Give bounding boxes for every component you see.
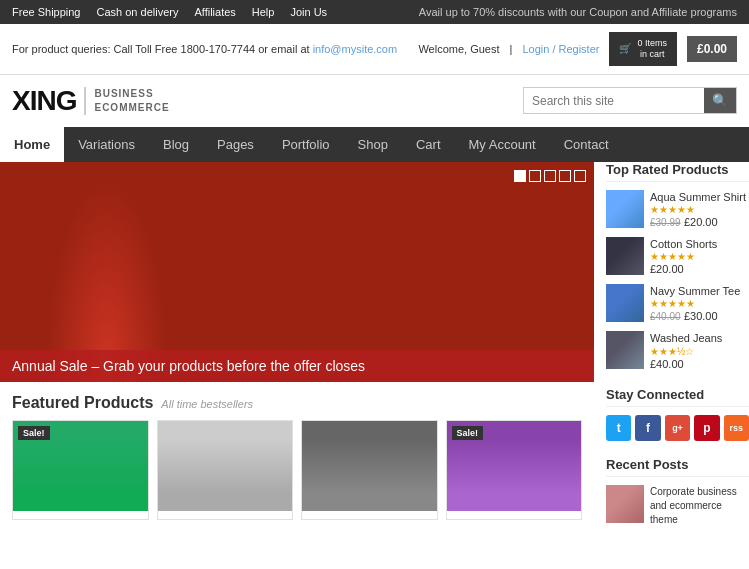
top-bar-join-us[interactable]: Join Us xyxy=(290,6,327,18)
hero-dot-5[interactable] xyxy=(574,170,586,182)
sale-badge-4: Sale! xyxy=(452,426,484,440)
nav-home[interactable]: Home xyxy=(0,127,64,162)
recent-posts-section: Recent Posts Corporate business and ecom… xyxy=(606,457,749,527)
product-card-2[interactable] xyxy=(157,420,294,520)
logo[interactable]: XING BUSINESS ECOMMERCE xyxy=(12,85,170,117)
product-price-new-1: £20.00 xyxy=(684,216,718,228)
top-rated-product-4[interactable]: Washed Jeans ★★★½☆ £40.00 xyxy=(606,331,749,370)
hero-dot-1[interactable] xyxy=(514,170,526,182)
product-info-1: Aqua Summer Shirt ★★★★★ £30.99 £20.00 xyxy=(650,190,749,229)
product-info-4: Washed Jeans ★★★½☆ £40.00 xyxy=(650,331,749,370)
main-content: Annual Sale – Grab your products before … xyxy=(0,162,749,543)
welcome-text: Welcome, Guest xyxy=(418,43,499,55)
top-rated-product-2[interactable]: Cotton Shorts ★★★★★ £20.00 xyxy=(606,237,749,276)
logo-sub1: BUSINESS xyxy=(94,87,169,101)
stay-connected-section: Stay Connected t f g+ p rss xyxy=(606,387,749,441)
search-button[interactable]: 🔍 xyxy=(704,88,736,113)
nav-blog[interactable]: Blog xyxy=(149,127,203,162)
product-price-old-1: £30.99 xyxy=(650,217,681,228)
nav-contact[interactable]: Contact xyxy=(550,127,623,162)
featured-header: Featured Products All time bestsellers xyxy=(12,382,582,420)
facebook-icon[interactable]: f xyxy=(635,415,660,441)
featured-subtitle: All time bestsellers xyxy=(161,398,253,410)
nav-my-account[interactable]: My Account xyxy=(455,127,550,162)
product-thumb-4 xyxy=(606,331,644,369)
top-bar-links: Free Shipping Cash on delivery Affiliate… xyxy=(12,6,327,18)
cart-button[interactable]: 🛒 0 Itemsin cart xyxy=(609,32,677,66)
main-nav: Home Variations Blog Pages Portfolio Sho… xyxy=(0,127,749,162)
product-card-img-2 xyxy=(158,421,293,511)
product-info-3: Navy Summer Tee ★★★★★ £40.00 £30.00 xyxy=(650,284,749,323)
nav-variations[interactable]: Variations xyxy=(64,127,149,162)
product-name-2: Cotton Shorts xyxy=(650,237,749,251)
product-thumb-2 xyxy=(606,237,644,275)
logo-sub2: ECOMMERCE xyxy=(94,101,169,115)
cart-label: 0 Itemsin cart xyxy=(637,38,667,60)
product-price-2: £20.00 xyxy=(650,263,684,275)
product-stars-4: ★★★½☆ xyxy=(650,346,749,357)
top-rated-title: Top Rated Products xyxy=(606,162,749,182)
nav-cart[interactable]: Cart xyxy=(402,127,455,162)
content-area: Annual Sale – Grab your products before … xyxy=(0,162,594,543)
hero-dot-2[interactable] xyxy=(529,170,541,182)
featured-products-list: Sale! Sale! xyxy=(12,420,582,528)
top-bar-cash-on-delivery[interactable]: Cash on delivery xyxy=(97,6,179,18)
recent-posts-title: Recent Posts xyxy=(606,457,749,477)
product-name-4: Washed Jeans xyxy=(650,331,749,345)
recent-post-text-1: Corporate business and ecommerce theme xyxy=(650,485,749,527)
top-bar-promo: Avail up to 70% discounts with our Coupo… xyxy=(419,6,737,18)
product-price-new-3: £30.00 xyxy=(684,310,718,322)
twitter-icon[interactable]: t xyxy=(606,415,631,441)
product-thumb-1 xyxy=(606,190,644,228)
top-bar: Free Shipping Cash on delivery Affiliate… xyxy=(0,0,749,24)
product-name-1: Aqua Summer Shirt xyxy=(650,190,749,204)
hero-dot-4[interactable] xyxy=(559,170,571,182)
search-bar[interactable]: 🔍 xyxy=(523,87,737,114)
featured-section: Featured Products All time bestsellers S… xyxy=(0,382,594,528)
social-icons: t f g+ p rss xyxy=(606,415,749,441)
product-card-3[interactable] xyxy=(301,420,438,520)
product-stars-3: ★★★★★ xyxy=(650,298,749,309)
nav-shop[interactable]: Shop xyxy=(344,127,402,162)
product-card-1[interactable]: Sale! xyxy=(12,420,149,520)
top-bar-help[interactable]: Help xyxy=(252,6,275,18)
recent-post-thumb-1 xyxy=(606,485,644,523)
sale-badge-1: Sale! xyxy=(18,426,50,440)
sidebar: Top Rated Products Aqua Summer Shirt ★★★… xyxy=(594,162,749,543)
rss-icon[interactable]: rss xyxy=(724,415,749,441)
featured-title: Featured Products xyxy=(12,394,153,412)
product-name-3: Navy Summer Tee xyxy=(650,284,749,298)
nav-portfolio[interactable]: Portfolio xyxy=(268,127,344,162)
hero-banner[interactable]: Annual Sale – Grab your products before … xyxy=(0,162,594,382)
pinterest-icon[interactable]: p xyxy=(694,415,719,441)
product-thumb-3 xyxy=(606,284,644,322)
info-bar: For product queries: Call Toll Free 1800… xyxy=(0,24,749,75)
cart-price: £0.00 xyxy=(687,36,737,62)
hero-dot-3[interactable] xyxy=(544,170,556,182)
login-register-link[interactable]: Login / Register xyxy=(522,43,599,55)
cart-icon: 🛒 xyxy=(619,42,631,55)
product-stars-1: ★★★★★ xyxy=(650,204,749,215)
top-rated-section: Top Rated Products Aqua Summer Shirt ★★★… xyxy=(606,162,749,371)
recent-post-1[interactable]: Corporate business and ecommerce theme xyxy=(606,485,749,527)
hero-image xyxy=(0,162,594,382)
hero-dots xyxy=(514,170,586,182)
top-rated-product-1[interactable]: Aqua Summer Shirt ★★★★★ £30.99 £20.00 xyxy=(606,190,749,229)
google-plus-icon[interactable]: g+ xyxy=(665,415,690,441)
product-card-4[interactable]: Sale! xyxy=(446,420,583,520)
nav-pages[interactable]: Pages xyxy=(203,127,268,162)
stay-connected-title: Stay Connected xyxy=(606,387,749,407)
product-card-img-3 xyxy=(302,421,437,511)
top-bar-affiliates[interactable]: Affiliates xyxy=(194,6,235,18)
hero-caption: Annual Sale – Grab your products before … xyxy=(0,350,594,382)
top-bar-free-shipping[interactable]: Free Shipping xyxy=(12,6,81,18)
search-input[interactable] xyxy=(524,89,704,113)
product-info-2: Cotton Shorts ★★★★★ £20.00 xyxy=(650,237,749,276)
info-bar-right: Welcome, Guest | Login / Register 🛒 0 It… xyxy=(418,32,737,66)
logo-bar: XING BUSINESS ECOMMERCE 🔍 xyxy=(0,75,749,127)
top-rated-product-3[interactable]: Navy Summer Tee ★★★★★ £40.00 £30.00 xyxy=(606,284,749,323)
separator: | xyxy=(510,43,513,55)
product-price-4: £40.00 xyxy=(650,358,684,370)
product-price-old-3: £40.00 xyxy=(650,311,681,322)
contact-email[interactable]: info@mysite.com xyxy=(313,43,398,55)
